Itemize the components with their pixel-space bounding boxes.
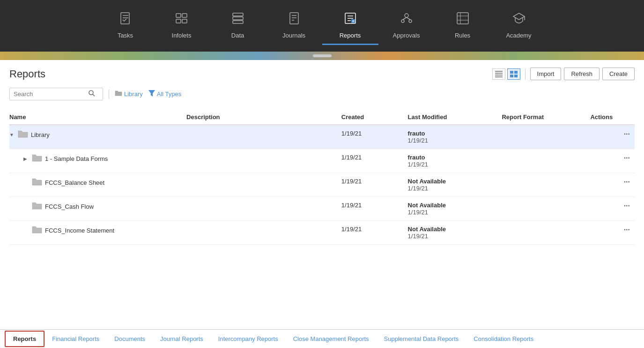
main-header: Reports [9, 68, 635, 80]
page-title: Reports [9, 68, 45, 80]
view-toggle [492, 68, 520, 80]
svg-rect-4 [182, 14, 187, 17]
name-cell: FCCS_Balance Sheet [9, 173, 186, 197]
description-cell [186, 221, 341, 245]
approvals-icon [400, 12, 413, 28]
nav-item-academy[interactable]: Academy [491, 7, 547, 45]
table-row[interactable]: ▼ Library 1/19/21 frauto 1/19/21 ··· [9, 125, 635, 149]
format-cell [502, 149, 590, 173]
bottom-tab-consolidation-reports[interactable]: Consolidation Reports [466, 332, 541, 346]
collapse-arrow[interactable]: ▼ [9, 132, 15, 137]
journals-icon [288, 12, 301, 28]
list-view-button[interactable] [492, 68, 505, 80]
format-cell [502, 221, 590, 245]
main-content: Reports [0, 60, 644, 329]
search-input[interactable] [14, 91, 89, 98]
created-cell: 1/19/21 [341, 173, 408, 197]
library-filter-label: Library [124, 91, 143, 98]
actions-cell: ··· [590, 149, 635, 173]
modified-date: 1/19/21 [408, 185, 497, 192]
actions-cell: ··· [590, 173, 635, 197]
all-types-filter[interactable]: All Types [148, 90, 182, 98]
bottom-tab-financial-reports[interactable]: Financial Reports [44, 332, 107, 346]
nav-item-infolets[interactable]: Infolets [154, 7, 210, 45]
svg-rect-35 [495, 76, 503, 77]
description-cell [186, 197, 341, 221]
expand-arrow[interactable]: ▶ [23, 156, 29, 161]
modified-date: 1/19/21 [408, 161, 497, 168]
table-row[interactable]: FCCS_Cash Flow 1/19/21 Not Available 1/1… [9, 197, 635, 221]
bottom-tab-reports[interactable]: Reports [5, 331, 44, 347]
all-types-filter-label: All Types [157, 91, 182, 98]
nav-label-data: Data [231, 32, 244, 39]
table-body: ▼ Library 1/19/21 frauto 1/19/21 ··· ▶ 1… [9, 125, 635, 245]
svg-rect-33 [495, 73, 503, 74]
row-actions-menu[interactable]: ··· [624, 178, 630, 186]
reports-table: Name Description Created Last Modified R… [9, 110, 635, 245]
svg-rect-3 [176, 14, 181, 17]
bottom-tab-documents[interactable]: Documents [107, 332, 153, 346]
grid-view-button[interactable] [507, 68, 520, 80]
stripe-handle [313, 54, 332, 57]
search-icon-button[interactable] [89, 90, 95, 98]
nav-label-academy: Academy [506, 32, 531, 39]
modified-date: 1/19/21 [408, 137, 497, 144]
modified-user: frauto [408, 154, 497, 161]
modified-user: frauto [408, 130, 497, 137]
col-header-name: Name [9, 110, 186, 125]
folder-icon [32, 202, 42, 212]
svg-point-22 [401, 20, 404, 23]
modified-cell: Not Available 1/19/21 [408, 221, 502, 245]
created-cell: 1/19/21 [341, 221, 408, 245]
import-button[interactable]: Import [530, 68, 562, 80]
format-cell [502, 125, 590, 149]
row-actions-menu[interactable]: ··· [624, 226, 630, 234]
row-actions-menu[interactable]: ··· [624, 202, 630, 210]
row-actions-menu[interactable]: ··· [624, 130, 630, 138]
create-button[interactable]: Create [602, 68, 635, 80]
nav-item-data[interactable]: Data [210, 7, 266, 45]
bottom-tab-close-management-reports[interactable]: Close Management Reports [286, 332, 377, 346]
nav-item-rules[interactable]: Rules [435, 7, 491, 45]
data-icon [231, 12, 244, 28]
nav-item-journals[interactable]: Journals [266, 7, 322, 45]
nav-label-infolets: Infolets [172, 32, 192, 39]
filter-icon [148, 90, 155, 98]
name-cell: FCCS_Cash Flow [9, 197, 186, 221]
svg-rect-7 [233, 13, 243, 16]
bottom-tab-supplemental-data-reports[interactable]: Supplemental Data Reports [377, 332, 466, 346]
table-row[interactable]: ▶ 1 - Sample Data Forms 1/19/21 frauto 1… [9, 149, 635, 173]
svg-rect-38 [510, 75, 513, 77]
tasks-icon [119, 12, 132, 28]
actions-cell: ··· [590, 221, 635, 245]
svg-rect-10 [290, 13, 298, 24]
nav-item-tasks[interactable]: Tasks [97, 7, 154, 45]
svg-rect-32 [495, 71, 503, 72]
rules-icon [456, 12, 469, 28]
decorative-stripe [0, 52, 644, 60]
academy-icon [512, 12, 526, 28]
nav-item-reports[interactable]: Reports [322, 7, 378, 45]
svg-rect-5 [176, 19, 181, 23]
description-cell [186, 125, 341, 149]
nav-item-approvals[interactable]: Approvals [378, 7, 435, 45]
refresh-button[interactable]: Refresh [564, 68, 600, 80]
created-cell: 1/19/21 [341, 125, 408, 149]
table-row[interactable]: FCCS_Income Statement 1/19/21 Not Availa… [9, 221, 635, 245]
toolbar-divider [525, 68, 526, 80]
bottom-tab-journal-reports[interactable]: Journal Reports [153, 332, 211, 346]
created-cell: 1/19/21 [341, 149, 408, 173]
name-cell: ▼ Library [9, 125, 186, 149]
svg-rect-0 [121, 13, 129, 24]
table-row[interactable]: FCCS_Balance Sheet 1/19/21 Not Available… [9, 173, 635, 197]
col-header-description: Description [186, 110, 341, 125]
modified-cell: Not Available 1/19/21 [408, 197, 502, 221]
row-name: FCCS_Income Statement [45, 227, 114, 234]
format-cell [502, 173, 590, 197]
row-actions-menu[interactable]: ··· [624, 154, 630, 162]
bottom-tab-intercompany-reports[interactable]: Intercompany Reports [211, 332, 286, 346]
library-filter[interactable]: Library [115, 90, 143, 98]
col-header-actions: Actions [590, 110, 635, 125]
svg-line-24 [403, 17, 407, 20]
name-cell: FCCS_Income Statement [9, 221, 186, 245]
